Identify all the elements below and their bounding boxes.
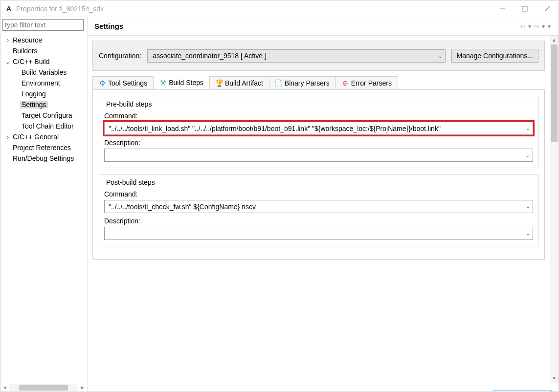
tab-error-parsers[interactable]: ⊘Error Parsers (335, 76, 398, 89)
post-build-command-label: Command: (104, 190, 533, 198)
pre-build-description-label: Description: (104, 139, 533, 147)
configuration-label: Configuration: (99, 52, 141, 60)
tab-build-artifact[interactable]: 🏆Build Artifact (209, 76, 269, 89)
tabbar: ⚙Tool Settings⚒Build Steps🏆Build Artifac… (92, 76, 545, 89)
nav-item-logging[interactable]: Logging (0, 88, 87, 99)
svg-rect-1 (522, 6, 527, 11)
tab-label: Build Steps (169, 79, 203, 87)
maximize-button[interactable] (514, 0, 536, 17)
nav-item-label: Resource (11, 36, 44, 44)
pre-build-command-value: "../../../tools/tl_link_load.sh" "../../… (109, 125, 441, 132)
nav-item-settings[interactable]: Settings (0, 99, 87, 110)
nav-item-label: Environment (20, 79, 62, 87)
view-menu-icon[interactable]: ▾ (547, 23, 552, 30)
scroll-down-icon[interactable]: ▼ (550, 374, 559, 383)
chevron-down-icon: ⌄ (526, 152, 530, 158)
pre-build-command-input[interactable]: "../../../tools/tl_link_load.sh" "../../… (104, 122, 533, 135)
back-menu-icon[interactable]: ▾ (527, 23, 532, 30)
nav-tree: ›ResourceBuilders⌄C/C++ BuildBuild Varia… (0, 33, 87, 383)
chevron-down-icon: ⌄ (526, 126, 530, 131)
app-icon: A (4, 4, 13, 13)
tab-label: Build Artifact (225, 79, 263, 87)
chevron-down-icon: ⌄ (438, 53, 442, 59)
content-header: Settings ⇦ ▾ ⇨ ▾ ▾ (88, 17, 559, 36)
nav-item-label: C/C++ General (11, 133, 60, 141)
nav-item-label: Tool Chain Editor (20, 122, 75, 130)
tab-icon: ⊘ (342, 80, 349, 87)
scroll-thumb[interactable] (19, 385, 68, 391)
configuration-value: associate_coordinator_9518 [ Active ] (153, 52, 267, 60)
nav-item-builders[interactable]: Builders (0, 45, 87, 56)
nav-item-label: Logging (20, 90, 47, 98)
build-steps-tabpage: Pre-build steps Command: "../../../tools… (92, 89, 545, 260)
scroll-left-icon[interactable]: ◄ (0, 385, 9, 390)
titlebar: A Properties for tl_802154_sdk (0, 0, 559, 17)
tree-expander-icon[interactable]: ⌄ (4, 56, 11, 67)
post-build-command-input[interactable]: "../../../tools/tl_check_fw.sh" ${Config… (104, 200, 533, 213)
tab-label: Error Parsers (351, 79, 392, 87)
pre-build-description-input[interactable]: ⌄ (104, 149, 533, 162)
tab-icon: 📄 (275, 80, 282, 87)
nav-item-project-references[interactable]: Project References (0, 142, 87, 153)
nav-item-label: Builders (11, 47, 39, 55)
minimize-button[interactable] (491, 0, 514, 17)
filter-input[interactable] (2, 19, 84, 31)
nav-item-environment[interactable]: Environment (0, 78, 87, 88)
nav-item-resource[interactable]: ›Resource (0, 35, 87, 45)
forward-icon[interactable]: ⇨ (533, 23, 540, 30)
nav-item-tool-chain-editor[interactable]: Tool Chain Editor (0, 121, 87, 131)
pre-build-legend: Pre-build steps (104, 100, 154, 108)
nav-item-target-configura[interactable]: Target Configura (0, 110, 87, 121)
footer (88, 383, 559, 392)
post-build-description-input[interactable]: ⌄ (104, 227, 533, 240)
tab-icon: ⚒ (159, 79, 166, 86)
page-title: Settings (94, 22, 123, 30)
tree-expander-icon[interactable]: › (4, 35, 11, 45)
vscroll-thumb[interactable] (551, 44, 558, 142)
tab-icon: 🏆 (216, 80, 223, 87)
tab-tool-settings[interactable]: ⚙Tool Settings (92, 76, 154, 89)
close-button[interactable] (536, 0, 559, 17)
tab-binary-parsers[interactable]: 📄Binary Parsers (269, 76, 336, 89)
post-build-description-label: Description: (104, 217, 533, 225)
nav-item-label: Build Variables (20, 68, 68, 76)
tab-build-steps[interactable]: ⚒Build Steps (153, 76, 210, 89)
post-build-legend: Post-build steps (104, 178, 157, 186)
configuration-bar: Configuration: associate_coordinator_951… (92, 41, 545, 71)
pre-build-command-label: Command: (104, 112, 533, 120)
window-title: Properties for tl_802154_sdk (16, 5, 104, 13)
tree-expander-icon[interactable]: › (4, 131, 11, 142)
scroll-up-icon[interactable]: ▲ (550, 36, 559, 44)
nav-item-run-debug-settings[interactable]: Run/Debug Settings (0, 153, 87, 164)
nav-item-c-c-build[interactable]: ⌄C/C++ Build (0, 56, 87, 67)
nav-item-label: Project References (11, 144, 72, 152)
nav-item-build-variables[interactable]: Build Variables (0, 67, 87, 78)
nav-item-label: Target Configura (20, 111, 74, 119)
sidebar-hscroll[interactable]: ◄ ► (0, 383, 87, 392)
nav-item-label: Settings (20, 101, 48, 109)
configuration-select[interactable]: associate_coordinator_9518 [ Active ] ⌄ (147, 49, 445, 63)
forward-menu-icon[interactable]: ▾ (541, 23, 546, 30)
sidebar: ›ResourceBuilders⌄C/C++ BuildBuild Varia… (0, 17, 88, 392)
nav-item-label: Run/Debug Settings (11, 154, 75, 162)
tab-label: Binary Parsers (285, 79, 330, 87)
content-vscroll[interactable]: ▲ ▼ (550, 36, 559, 383)
post-build-command-value: "../../../tools/tl_check_fw.sh" ${Config… (109, 203, 256, 211)
pre-build-fieldset: Pre-build steps Command: "../../../tools… (99, 96, 538, 168)
tab-icon: ⚙ (99, 80, 106, 87)
manage-configurations-button[interactable]: Manage Configurations... (451, 49, 538, 63)
back-icon[interactable]: ⇦ (519, 23, 526, 30)
post-build-fieldset: Post-build steps Command: "../../../tool… (99, 174, 538, 246)
chevron-down-icon: ⌄ (526, 204, 530, 209)
nav-item-label: C/C++ Build (11, 58, 51, 65)
scroll-right-icon[interactable]: ► (78, 385, 87, 390)
nav-item-c-c-general[interactable]: ›C/C++ General (0, 131, 87, 142)
chevron-down-icon: ⌄ (526, 231, 530, 236)
tab-label: Tool Settings (108, 79, 147, 87)
